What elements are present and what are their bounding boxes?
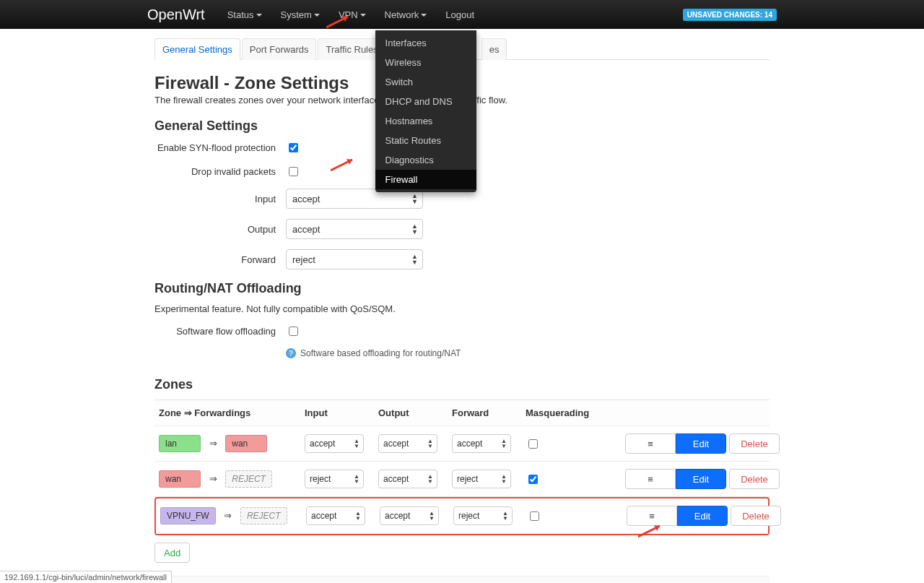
label-syn-flood: Enable SYN-flood protection: [154, 142, 286, 153]
tab-custom-rules[interactable]: es: [481, 38, 507, 60]
zone-forward-select[interactable]: reject▲▼: [453, 506, 513, 525]
menu-wireless[interactable]: Wireless: [375, 53, 476, 72]
zone-forwardings: VPNU_FW ⇒ REJECT: [160, 507, 305, 524]
zone-chip-source: VPNU_FW: [160, 507, 216, 524]
nav-vpn[interactable]: VPN: [329, 1, 375, 28]
zones-header: Zone ⇒ Forwardings Input Output Forward …: [154, 400, 770, 426]
col-output: Output: [378, 407, 450, 418]
menu-diagnostics[interactable]: Diagnostics: [375, 150, 476, 170]
menu-static-routes[interactable]: Static Routes: [375, 131, 476, 150]
updown-icon: ▲▼: [355, 511, 361, 521]
zone-masquerading-checkbox[interactable]: [528, 475, 538, 484]
help-offloading: ? Software based offloading for routing/…: [286, 348, 770, 358]
caret-icon: [256, 14, 262, 17]
updown-icon: ▲▼: [501, 439, 507, 449]
col-zone: Zone ⇒ Forwardings: [159, 407, 303, 418]
tab-port-forwards[interactable]: Port Forwards: [242, 38, 317, 60]
zone-row: wan ⇒ REJECT reject▲▼ accept▲▼ reject▲▼ …: [154, 462, 770, 497]
add-zone-button[interactable]: Add: [154, 543, 190, 563]
zone-chip-dest: wan: [225, 435, 267, 452]
zone-delete-button[interactable]: Delete: [729, 433, 780, 454]
select-value: reject: [292, 254, 315, 265]
zone-forward-select[interactable]: reject▲▼: [452, 470, 511, 488]
zone-reorder-button[interactable]: ≡: [625, 469, 676, 489]
zone-row: lan ⇒ wan accept▲▼ accept▲▼ accept▲▼ ≡ E…: [154, 426, 770, 462]
col-input: Input: [305, 407, 377, 418]
caret-icon: [314, 14, 320, 17]
zone-chip-dest: REJECT: [225, 470, 272, 488]
updown-icon: ▲▼: [429, 511, 435, 521]
col-masquerading: Masquerading: [526, 407, 598, 418]
updown-icon: ▲▼: [501, 474, 507, 484]
menu-firewall[interactable]: Firewall: [375, 170, 476, 189]
zones-table: Zone ⇒ Forwardings Input Output Forward …: [154, 400, 770, 535]
zone-edit-button[interactable]: Edit: [676, 433, 726, 454]
zone-row: VPNU_FW ⇒ REJECT accept▲▼ accept▲▼ rejec…: [156, 498, 768, 534]
zone-forwardings: lan ⇒ wan: [159, 435, 303, 452]
brand[interactable]: OpenWrt: [147, 7, 205, 23]
updown-icon: ▲▼: [411, 193, 418, 204]
zone-edit-button[interactable]: Edit: [677, 506, 728, 526]
arrow-icon: ⇒: [224, 510, 232, 521]
checkbox-software-offloading[interactable]: [289, 327, 298, 336]
zone-output-select[interactable]: accept▲▼: [380, 506, 439, 525]
caret-icon: [360, 14, 366, 17]
zone-input-select[interactable]: reject▲▼: [305, 470, 364, 488]
zone-forwardings: wan ⇒ REJECT: [159, 470, 303, 488]
menu-interfaces[interactable]: Interfaces: [375, 33, 476, 53]
select-output[interactable]: accept ▲▼: [286, 219, 423, 239]
label-drop-invalid: Drop invalid packets: [154, 166, 286, 177]
updown-icon: ▲▼: [427, 439, 433, 449]
zone-masquerading-checkbox[interactable]: [530, 511, 539, 521]
main-nav: Status System VPN Network Interfaces Wir…: [218, 1, 484, 28]
nav-system[interactable]: System: [271, 1, 329, 28]
tab-general-settings[interactable]: General Settings: [154, 38, 240, 60]
zone-masquerading-checkbox[interactable]: [528, 439, 538, 449]
arrow-icon: ⇒: [209, 438, 217, 449]
navbar: OpenWrt Status System VPN Network Interf…: [0, 0, 924, 29]
label-output: Output: [154, 224, 286, 235]
zone-reorder-button[interactable]: ≡: [627, 506, 677, 526]
zone-input-select[interactable]: accept▲▼: [305, 434, 364, 453]
select-value: accept: [292, 224, 320, 235]
zone-chip-dest: REJECT: [240, 507, 287, 524]
select-forward[interactable]: reject ▲▼: [286, 249, 423, 269]
network-dropdown: Interfaces Wireless Switch DHCP and DNS …: [375, 30, 476, 192]
unsaved-changes-badge[interactable]: UNSAVED CHANGES: 14: [683, 9, 777, 21]
nav-network[interactable]: Network: [375, 1, 437, 28]
nav-logout[interactable]: Logout: [436, 1, 484, 28]
updown-icon: ▲▼: [502, 511, 508, 521]
zone-chip-source: lan: [159, 435, 201, 452]
zone-forward-select[interactable]: accept▲▼: [452, 434, 511, 453]
menu-switch[interactable]: Switch: [375, 72, 476, 92]
section-offloading: Routing/NAT Offloading: [154, 281, 770, 296]
help-icon: ?: [286, 348, 296, 358]
zone-output-select[interactable]: accept▲▼: [378, 434, 437, 453]
arrow-icon: ⇒: [209, 473, 217, 484]
section-zones: Zones: [154, 377, 770, 392]
zone-reorder-button[interactable]: ≡: [625, 433, 676, 454]
label-input: Input: [154, 194, 286, 204]
zone-input-select[interactable]: accept▲▼: [306, 506, 365, 525]
checkbox-drop-invalid[interactable]: [289, 167, 298, 176]
select-value: accept: [292, 194, 320, 204]
zone-output-select[interactable]: accept▲▼: [378, 470, 437, 488]
menu-dhcp[interactable]: DHCP and DNS: [375, 92, 476, 111]
zone-delete-button[interactable]: Delete: [729, 469, 780, 489]
zone-chip-source: wan: [159, 470, 201, 488]
zone-edit-button[interactable]: Edit: [676, 469, 726, 489]
label-software-offloading: Software flow offloading: [154, 326, 286, 337]
updown-icon: ▲▼: [411, 223, 418, 235]
menu-hostnames[interactable]: Hostnames: [375, 111, 476, 131]
updown-icon: ▲▼: [411, 254, 418, 265]
checkbox-syn-flood[interactable]: [289, 143, 298, 152]
updown-icon: ▲▼: [354, 474, 359, 484]
updown-icon: ▲▼: [354, 439, 359, 449]
nav-status[interactable]: Status: [218, 1, 271, 28]
zone-delete-button[interactable]: Delete: [731, 506, 781, 526]
updown-icon: ▲▼: [427, 474, 433, 484]
offloading-description: Experimental feature. Not fully compatib…: [154, 303, 770, 314]
status-bar-url: 192.169.1.1/cgi-bin/luci/admin/network/f…: [0, 571, 172, 583]
caret-icon: [421, 14, 427, 17]
label-forward: Forward: [154, 254, 286, 265]
